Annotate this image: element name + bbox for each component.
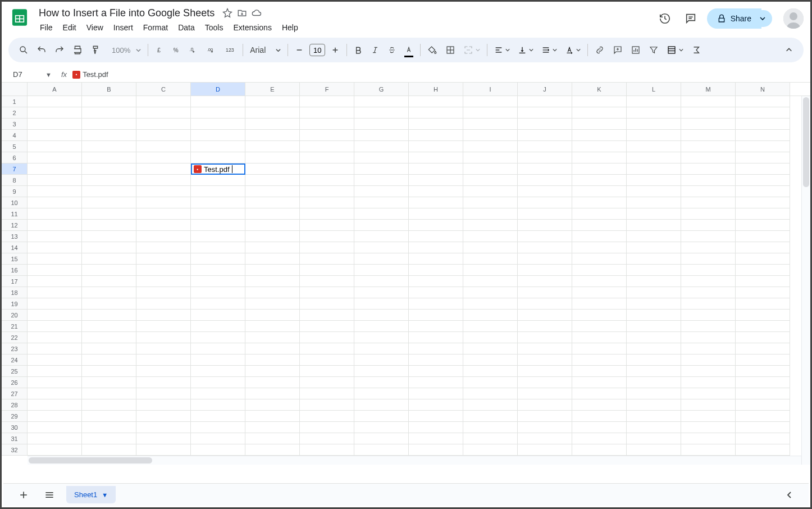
cell[interactable] xyxy=(518,107,572,119)
cell[interactable] xyxy=(627,163,681,175)
cell[interactable] xyxy=(736,366,790,377)
cell[interactable] xyxy=(627,388,681,399)
cell[interactable] xyxy=(736,388,790,399)
cell[interactable] xyxy=(736,444,790,456)
col-header-E[interactable]: E xyxy=(245,83,300,96)
cell[interactable] xyxy=(736,130,790,141)
cell[interactable] xyxy=(191,433,245,444)
cell[interactable] xyxy=(28,119,82,130)
cell[interactable] xyxy=(354,186,409,197)
cell[interactable] xyxy=(136,253,191,265)
cell[interactable] xyxy=(681,298,736,310)
paint-format-icon[interactable] xyxy=(87,42,104,58)
cell[interactable] xyxy=(518,276,572,287)
cell[interactable] xyxy=(191,399,245,411)
cell[interactable] xyxy=(82,152,136,163)
cell[interactable] xyxy=(572,298,627,310)
cell[interactable] xyxy=(191,96,245,107)
comment-icon[interactable] xyxy=(681,9,700,28)
cell[interactable] xyxy=(463,265,518,276)
filter-icon[interactable] xyxy=(645,42,662,58)
cell[interactable] xyxy=(191,366,245,377)
cell[interactable] xyxy=(627,310,681,321)
cell[interactable] xyxy=(300,141,354,152)
cell[interactable] xyxy=(572,422,627,433)
cell[interactable] xyxy=(245,186,300,197)
col-header-G[interactable]: G xyxy=(354,83,409,96)
cell[interactable] xyxy=(245,208,300,220)
cell[interactable] xyxy=(681,242,736,253)
cell[interactable] xyxy=(627,433,681,444)
cell[interactable] xyxy=(245,310,300,321)
cell[interactable] xyxy=(300,388,354,399)
cell[interactable] xyxy=(245,388,300,399)
cell[interactable] xyxy=(136,433,191,444)
cell[interactable] xyxy=(191,119,245,130)
cell[interactable] xyxy=(354,388,409,399)
cell[interactable] xyxy=(463,377,518,388)
cell[interactable] xyxy=(191,411,245,422)
cell[interactable] xyxy=(463,433,518,444)
undo-icon[interactable] xyxy=(33,42,50,58)
cell[interactable] xyxy=(736,242,790,253)
cell[interactable] xyxy=(572,287,627,298)
cell[interactable] xyxy=(463,152,518,163)
cell[interactable] xyxy=(136,163,191,175)
currency-icon[interactable]: £ xyxy=(152,42,167,58)
cell[interactable] xyxy=(681,332,736,343)
cell[interactable] xyxy=(736,310,790,321)
cell[interactable] xyxy=(191,287,245,298)
cell[interactable] xyxy=(518,332,572,343)
cell[interactable] xyxy=(463,107,518,119)
cell[interactable] xyxy=(681,107,736,119)
menu-tools[interactable]: Tools xyxy=(200,21,228,34)
cell[interactable] xyxy=(572,366,627,377)
cell[interactable] xyxy=(627,411,681,422)
cell[interactable] xyxy=(300,208,354,220)
cell[interactable] xyxy=(463,175,518,186)
cell[interactable] xyxy=(82,220,136,231)
cell[interactable] xyxy=(191,377,245,388)
cell[interactable] xyxy=(736,399,790,411)
cell[interactable] xyxy=(518,231,572,242)
cell[interactable] xyxy=(681,366,736,377)
cell[interactable] xyxy=(409,388,463,399)
cell[interactable] xyxy=(681,343,736,355)
cell[interactable] xyxy=(627,107,681,119)
cell[interactable] xyxy=(572,276,627,287)
cell[interactable] xyxy=(136,321,191,332)
cell[interactable] xyxy=(627,197,681,208)
cell[interactable] xyxy=(191,186,245,197)
text-wrap-icon[interactable] xyxy=(538,43,560,57)
cell[interactable] xyxy=(736,208,790,220)
row-header-17[interactable]: 17 xyxy=(2,276,28,287)
cell[interactable] xyxy=(518,265,572,276)
cell[interactable] xyxy=(136,411,191,422)
cell[interactable] xyxy=(463,96,518,107)
menu-file[interactable]: File xyxy=(35,21,57,34)
cell[interactable] xyxy=(28,388,82,399)
cell[interactable] xyxy=(681,119,736,130)
cell[interactable] xyxy=(572,186,627,197)
cell[interactable] xyxy=(681,96,736,107)
cell[interactable] xyxy=(136,107,191,119)
cell[interactable] xyxy=(409,208,463,220)
cell[interactable] xyxy=(463,242,518,253)
cell[interactable] xyxy=(136,343,191,355)
cell[interactable] xyxy=(354,355,409,366)
cell[interactable] xyxy=(409,321,463,332)
cell[interactable] xyxy=(136,208,191,220)
cell[interactable] xyxy=(572,220,627,231)
cell[interactable] xyxy=(28,355,82,366)
cell[interactable] xyxy=(463,186,518,197)
cell[interactable] xyxy=(463,130,518,141)
cell[interactable] xyxy=(627,276,681,287)
row-header-28[interactable]: 28 xyxy=(2,399,28,411)
cell[interactable] xyxy=(409,253,463,265)
col-header-C[interactable]: C xyxy=(136,83,191,96)
cell[interactable] xyxy=(82,377,136,388)
text-color-icon[interactable] xyxy=(401,42,417,58)
row-header-21[interactable]: 21 xyxy=(2,321,28,332)
cell[interactable] xyxy=(82,186,136,197)
cell[interactable] xyxy=(300,253,354,265)
